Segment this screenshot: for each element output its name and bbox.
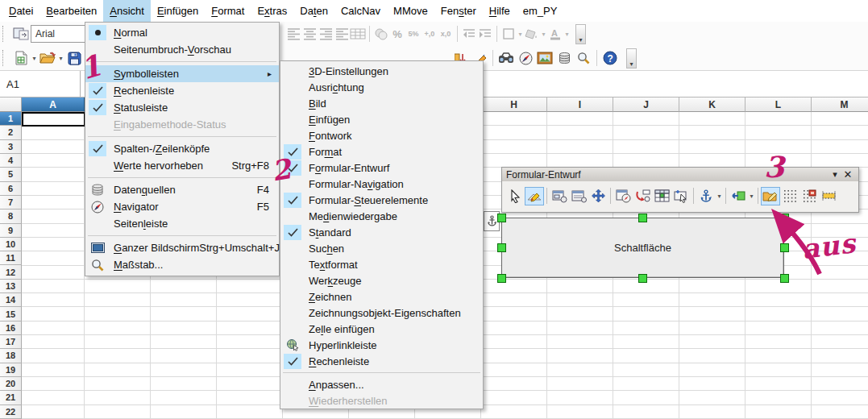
borders-dropdown-icon[interactable]: ▾ [517, 31, 524, 38]
menu-hilfe[interactable]: Hilfe [483, 0, 517, 22]
menu-item-zeichnen[interactable]: Zeichnen [280, 288, 483, 305]
menu-item-formular-navigation[interactable]: Formular-Navigation [280, 176, 483, 192]
selection-handle[interactable] [497, 214, 506, 222]
column-header-m[interactable]: M [812, 97, 868, 112]
background-color-icon[interactable] [524, 24, 540, 44]
form-push-button[interactable]: Schaltfläche [501, 218, 784, 278]
close-icon[interactable]: ✕ [841, 168, 854, 180]
menu-item-werte-hervorheben[interactable]: Werte hervorhebenStrg+F8 [85, 157, 279, 174]
automatic-control-focus-icon[interactable] [671, 187, 691, 205]
row-header-11[interactable]: 11 [0, 251, 22, 265]
borders-icon[interactable] [500, 24, 517, 44]
toolbar-overflow-button[interactable]: ▾ [626, 48, 637, 68]
row-header-20[interactable]: 20 [0, 377, 22, 391]
select-all-corner[interactable] [0, 97, 22, 112]
column-header-i[interactable]: I [547, 97, 613, 112]
add-decimal-icon[interactable]: +,0 [422, 24, 438, 44]
save-icon[interactable] [64, 48, 84, 68]
menu-bearbeiten[interactable]: Bearbeiten [39, 0, 103, 22]
find-replace-icon[interactable] [496, 48, 516, 68]
row-header-10[interactable]: 10 [0, 238, 22, 251]
menu-item-format[interactable]: Format [280, 143, 483, 160]
select-icon[interactable] [505, 187, 525, 205]
anchor-dropdown-icon[interactable]: ▾ [716, 193, 723, 200]
column-header-a[interactable]: A [22, 97, 85, 112]
column-header-l[interactable]: L [745, 97, 812, 112]
row-header-13[interactable]: 13 [0, 280, 22, 293]
design-mode-icon[interactable] [525, 187, 544, 205]
menu-item-fontwork[interactable]: Fontwork [280, 127, 483, 143]
new-document-dropdown-icon[interactable]: ▾ [31, 55, 38, 62]
menu-item-medienwiedergabe[interactable]: Medienwiedergabe [280, 208, 483, 224]
grid-visible-icon[interactable] [780, 187, 799, 205]
form-navigator-icon[interactable] [613, 187, 633, 205]
help-icon[interactable]: ? [600, 48, 620, 68]
toolbar-menu-icon[interactable]: ▾ [829, 169, 841, 180]
menu-item-3d-einstellungen[interactable]: 3D-Einstellungen [280, 63, 483, 79]
row-header-21[interactable]: 21 [0, 391, 22, 404]
row-header-7[interactable]: 7 [0, 196, 22, 210]
anchor-icon[interactable] [696, 187, 716, 205]
menu-item-seitenumbruch-vorschau[interactable]: Seitenumbruch-Vorschau [85, 41, 279, 58]
currency-format-icon[interactable] [373, 24, 389, 44]
column-header-k[interactable]: K [679, 97, 745, 112]
row-header-4[interactable]: 4 [0, 154, 22, 168]
row-header-19[interactable]: 19 [0, 363, 22, 377]
alignment-icon[interactable] [729, 187, 748, 205]
background-color-dropdown-icon[interactable]: ▾ [540, 31, 547, 38]
menu-item-suchen[interactable]: Suchen [280, 240, 483, 256]
open-in-design-mode-icon[interactable] [761, 187, 780, 205]
menu-ansicht[interactable]: Ansicht [103, 0, 151, 22]
zoom-icon[interactable] [574, 48, 593, 68]
menu-item-formular-steuerelemente[interactable]: Formular-Steuerelemente [280, 192, 483, 208]
menu-datei[interactable]: Datei [2, 0, 39, 22]
menu-item-datenquellen[interactable]: DatenquellenF4 [85, 181, 279, 198]
toolbar-grip[interactable] [2, 26, 8, 42]
align-left-icon[interactable] [285, 24, 301, 44]
align-right-icon[interactable] [318, 24, 334, 44]
menu-item-zeichnungsobjekt-eigenschaften[interactable]: Zeichnungsobjekt-Eigenschaften [280, 305, 483, 321]
row-header-6[interactable]: 6 [0, 182, 22, 196]
menu-item-hyperlinkleiste[interactable]: Hyperlinkleiste [280, 337, 483, 353]
row-header-17[interactable]: 17 [0, 335, 22, 349]
selection-handle[interactable] [497, 243, 506, 252]
menu-item-standard[interactable]: Standard [280, 224, 483, 240]
menu-em-py[interactable]: em_PY [517, 0, 564, 22]
column-header-j[interactable]: J [613, 97, 679, 112]
decrease-indent-icon[interactable] [461, 24, 477, 44]
form-properties-icon[interactable] [569, 187, 588, 205]
menu-item-spalten-zeilenk-pfe[interactable]: Spalten-/Zeilenköpfe [85, 140, 279, 157]
menu-fenster[interactable]: Fenster [434, 0, 483, 22]
toolbar-grip[interactable] [2, 50, 8, 66]
row-header-16[interactable]: 16 [0, 322, 22, 335]
menu-item-statusleiste[interactable]: Statusleiste [85, 99, 279, 116]
row-header-15[interactable]: 15 [0, 307, 22, 321]
row-header-2[interactable]: 2 [0, 126, 22, 139]
align-justify-icon[interactable] [334, 24, 350, 44]
helplines-while-moving-icon[interactable] [819, 187, 838, 205]
row-header-9[interactable]: 9 [0, 224, 22, 238]
menu-item-ausrichtung[interactable]: Ausrichtung [280, 79, 483, 95]
open-dropdown-icon[interactable]: ▾ [57, 55, 64, 62]
name-box[interactable]: A1 [0, 71, 81, 97]
increase-indent-icon[interactable] [477, 24, 493, 44]
add-field-icon[interactable] [633, 187, 652, 205]
new-document-icon[interactable] [11, 48, 31, 68]
menu-item-anpassen[interactable]: Anpassen... [280, 376, 483, 392]
selection-handle[interactable] [780, 243, 789, 252]
row-header-1[interactable]: 1 [0, 112, 22, 126]
menu-item-formular-entwurf[interactable]: Formular-Entwurf [280, 160, 483, 176]
menu-item-zelle-einf-gen[interactable]: Zelle einfügen [280, 321, 483, 337]
percent-format-icon[interactable]: % [389, 24, 405, 44]
snap-to-grid-icon[interactable] [799, 187, 819, 205]
column-header-h[interactable]: H [481, 97, 547, 112]
standard-format-icon[interactable]: 5% [405, 24, 422, 44]
delete-decimal-icon[interactable]: x,0 [438, 24, 454, 44]
data-sources-icon[interactable] [554, 48, 574, 68]
align-center-icon[interactable] [301, 24, 318, 44]
menu-item-rechenleiste[interactable]: Rechenleiste [85, 82, 279, 99]
row-header-18[interactable]: 18 [0, 349, 22, 363]
menu-extras[interactable]: Extras [251, 0, 293, 22]
selection-handle[interactable] [638, 274, 647, 283]
row-header-22[interactable]: 22 [0, 405, 22, 419]
